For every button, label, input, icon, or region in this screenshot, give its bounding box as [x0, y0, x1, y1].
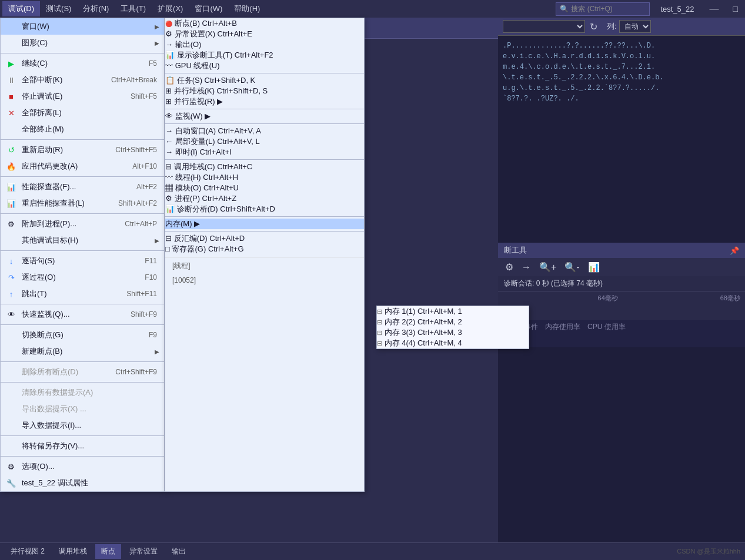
bottom-tab-2[interactable]: 调用堆栈: [53, 544, 93, 559]
memory-4[interactable]: ⊟ 内存 4(4) Ctrl+Alt+M, 4: [377, 338, 529, 348]
menu-debug[interactable]: 调试(D): [2, 1, 40, 16]
detach-label: 全部拆离(L): [22, 108, 62, 118]
col-dropdown[interactable]: 自动: [619, 20, 651, 33]
submenu-memory[interactable]: 内存(M) ▶: [165, 219, 364, 229]
callstack-shortcut: Ctrl+Alt+C: [217, 162, 252, 171]
submenu-immediate[interactable]: → 即时(I) Ctrl+Alt+I: [165, 147, 364, 157]
menu-item-stop[interactable]: ■ 停止调试(E) Shift+F5: [1, 88, 164, 105]
menu-item-delete-all-bp: 删除所有断点(D) Ctrl+Shift+F9: [1, 364, 164, 380]
bottom-tab-1[interactable]: 并行视图 2: [5, 544, 51, 559]
menu-test[interactable]: 测试(S): [40, 1, 77, 16]
options-label: 选项(O)...: [22, 461, 55, 472]
menu-item-new-bp[interactable]: 新建断点(B) ▶: [1, 343, 164, 360]
menu-analyze[interactable]: 分析(N): [77, 1, 115, 16]
bottom-tab-3[interactable]: 断点: [95, 544, 121, 559]
menu-item-debug-props[interactable]: 🔧 test_5_22 调试属性: [1, 475, 164, 491]
submenu-parallel-watch[interactable]: ⊞ 并行监视(R) ▶: [165, 96, 364, 107]
timeline-label-1: 64毫秒: [598, 294, 618, 303]
submenu-watch[interactable]: 👁 监视(W) ▶: [165, 111, 364, 122]
minimize-button[interactable]: —: [705, 4, 724, 14]
modules-label: 模块(O): [175, 183, 202, 192]
submenu-breakpoints[interactable]: 🔴 断点(B) Ctrl+Alt+B: [165, 18, 364, 29]
menu-item-apply-code[interactable]: 🔥 应用代码更改(A) Alt+F10: [1, 158, 164, 175]
diag-zoom-out-btn[interactable]: 🔍-: [562, 260, 582, 274]
menu-bar-right: 🔍 搜索 (Ctrl+Q) test_5_22 — □: [556, 2, 743, 16]
menu-window[interactable]: 窗口(W): [189, 1, 228, 16]
menu-item-perf[interactable]: 📊 性能探查器(F)... Alt+F2: [1, 179, 164, 195]
memory3-label: 内存 3(3): [385, 328, 416, 337]
diag-settings-btn[interactable]: ⚙: [503, 260, 516, 274]
menu-item-save-dump[interactable]: 将转储另存为(V)...: [1, 438, 164, 454]
menu-item-step-out[interactable]: ↑ 跳出(T) Shift+F11: [1, 286, 164, 302]
apply-code-icon: 🔥: [5, 162, 17, 171]
modules-icon: ▦: [165, 183, 173, 192]
search-box[interactable]: 🔍 搜索 (Ctrl+Q): [556, 2, 650, 16]
menu-overlay: 窗口(W) ▶ 图形(C) ▶ ▶ 继续(C) F5 ⏸ 全部中断(K) Ctr…: [0, 18, 365, 492]
stop-icon: ■: [5, 92, 17, 101]
menu-item-toggle-bp[interactable]: 切换断点(G) F9: [1, 327, 164, 343]
menu-item-other-targets[interactable]: 其他调试目标(H) ▶: [1, 232, 164, 249]
menu-extensions[interactable]: 扩展(X): [152, 1, 189, 16]
submenu-exception[interactable]: ⚙ 异常设置(X) Ctrl+Alt+E: [165, 29, 364, 39]
submenu-modules[interactable]: ▦ 模块(O) Ctrl+Alt+U: [165, 183, 364, 193]
menu-item-detach[interactable]: ✕ 全部拆离(L): [1, 105, 164, 121]
apply-code-label: 应用代码更改(A): [22, 161, 78, 172]
events-panel: 事件: [498, 305, 745, 320]
menu-help[interactable]: 帮助(H): [228, 1, 266, 16]
modules-shortcut: Ctrl+Alt+U: [203, 183, 239, 192]
submenu-disassembly[interactable]: ⊟ 反汇编(D) Ctrl+Alt+D: [165, 233, 364, 244]
submenu-locals[interactable]: ← 局部变量(L) Ctrl+Alt+V, L: [165, 136, 364, 147]
memory2-shortcut: Ctrl+Alt+M, 2: [417, 317, 462, 326]
menu-item-continue[interactable]: ▶ 继续(C) F5: [1, 55, 164, 72]
submenu-diag-tools[interactable]: 📊 显示诊断工具(T) Ctrl+Alt+F2: [165, 50, 364, 61]
menu-item-window[interactable]: 窗口(W) ▶: [1, 18, 164, 35]
bottom-tab-5[interactable]: 输出: [166, 544, 192, 559]
menu-item-graphics[interactable]: 图形(C) ▶: [1, 35, 164, 51]
diag-chart-btn[interactable]: 📊: [586, 260, 602, 274]
diag-forward-btn[interactable]: →: [519, 261, 533, 274]
submenu-auto[interactable]: → 自动窗口(A) Ctrl+Alt+V, A: [165, 126, 364, 136]
menu-item-attach[interactable]: ⚙ 附加到进程(P)... Ctrl+Alt+P: [1, 216, 164, 232]
menu-item-step-into[interactable]: ↓ 逐语句(S) F11: [1, 253, 164, 269]
submenu-tasks[interactable]: 📋 任务(S) Ctrl+Shift+D, K: [165, 75, 364, 86]
menu-item-restart[interactable]: ↺ 重新启动(R) Ctrl+Shift+F5: [1, 142, 164, 158]
perf-icon: 📊: [5, 183, 17, 192]
processes-shortcut: Ctrl+Alt+Z: [202, 194, 237, 203]
step-over-shortcut: F10: [133, 273, 157, 281]
menu-item-import-tips[interactable]: 导入数据提示(I)...: [1, 417, 164, 434]
diag-analysis-shortcut: Ctrl+Shift+Alt+D: [220, 204, 275, 213]
tab-memory[interactable]: 内存使用率: [545, 322, 580, 332]
address-dropdown[interactable]: [503, 20, 585, 33]
menu-item-break-all[interactable]: ⏸ 全部中断(K) Ctrl+Alt+Break: [1, 72, 164, 88]
submenu-callstack[interactable]: ⊟ 调用堆栈(C) Ctrl+Alt+C: [165, 162, 364, 172]
menu-item-options[interactable]: ⚙ 选项(O)...: [1, 458, 164, 475]
tab-cpu[interactable]: CPU 使用率: [587, 322, 626, 332]
menu-tools[interactable]: 工具(T): [115, 1, 152, 16]
submenu-output[interactable]: → 输出(O): [165, 39, 364, 50]
diag-analysis-icon: 📊: [165, 204, 175, 213]
refresh-btn[interactable]: ↻: [590, 21, 597, 32]
submenu-processes[interactable]: ⚙ 进程(P) Ctrl+Alt+Z: [165, 193, 364, 204]
clear-tips-label: 清除所有数据提示(A): [22, 387, 93, 398]
submenu-diag-analysis[interactable]: 📊 诊断分析(D) Ctrl+Shift+Alt+D: [165, 204, 364, 214]
diag-zoom-in-btn[interactable]: 🔍+: [537, 260, 559, 274]
menu-item-step-over[interactable]: ↷ 逐过程(O) F10: [1, 269, 164, 286]
menu-item-terminate[interactable]: 全部终止(M): [1, 121, 164, 138]
submenu-registers[interactable]: □ 寄存器(G) Ctrl+Alt+G: [165, 244, 364, 254]
bottom-tab-4[interactable]: 异常设置: [123, 544, 163, 559]
step-into-label: 逐语句(S): [22, 256, 55, 266]
memory-1[interactable]: ⊟ 内存 1(1) Ctrl+Alt+M, 1: [377, 306, 529, 317]
submenu-gpu[interactable]: 〰 GPU 线程(U): [165, 61, 364, 71]
menu-item-quickwatch[interactable]: 👁 快速监视(Q)... Shift+F9: [1, 306, 164, 323]
memory-2[interactable]: ⊟ 内存 2(2) Ctrl+Alt+M, 2: [377, 317, 529, 327]
diag-pin[interactable]: 📌: [730, 246, 739, 255]
menu-item-restart-perf[interactable]: 📊 重启性能探查器(L) Shift+Alt+F2: [1, 195, 164, 212]
maximize-button[interactable]: □: [729, 4, 743, 14]
step-out-shortcut: Shift+F11: [115, 290, 157, 298]
diag-toolbar: ⚙ → 🔍+ 🔍- 📊: [498, 258, 745, 276]
memory-3[interactable]: ⊟ 内存 3(3) Ctrl+Alt+M, 3: [377, 327, 529, 338]
submenu-threads[interactable]: 〰 线程(H) Ctrl+Alt+H: [165, 172, 364, 183]
threads-icon: 〰: [165, 173, 173, 182]
parallel-stack-label: 并行堆栈(K): [174, 86, 215, 95]
submenu-parallel-stack[interactable]: ⊞ 并行堆栈(K) Ctrl+Shift+D, S: [165, 86, 364, 96]
